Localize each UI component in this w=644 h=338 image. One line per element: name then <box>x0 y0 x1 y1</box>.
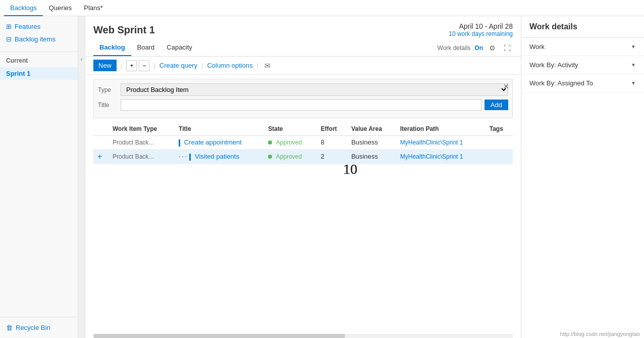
close-button[interactable]: ✕ <box>503 82 509 90</box>
row2-iteration-path[interactable]: MyHealthClinic\Sprint 1 <box>396 149 486 164</box>
recycle-bin-icon: 🗑 <box>6 324 13 331</box>
sidebar-current-label: Current <box>0 54 78 67</box>
col-value-area: Value Area <box>347 122 396 136</box>
tab-bar: Backlog Board Capacity Work details On ⚙… <box>85 39 521 57</box>
email-icon[interactable]: ✉ <box>262 61 273 71</box>
row2-blue-bar <box>189 154 191 161</box>
row1-iteration-path[interactable]: MyHealthClinic\Sprint 1 <box>396 136 486 150</box>
work-items-table: Work Item Type Title State Effort Value … <box>93 122 513 164</box>
settings-icon[interactable]: ⚙ <box>487 43 498 53</box>
tab-board[interactable]: Board <box>131 39 161 56</box>
row1-state: Approved <box>264 136 316 150</box>
table-row: Product Back... Create appointment Appro… <box>93 136 513 150</box>
add-button[interactable]: Add <box>485 100 508 110</box>
sep3: | <box>201 62 203 69</box>
sep1: | <box>121 62 122 69</box>
expand-icon[interactable]: ⛶ <box>502 43 513 53</box>
nav-plans[interactable]: Plans* <box>78 0 109 16</box>
nav-backlogs[interactable]: Backlogs <box>4 0 43 16</box>
row2-state-label: Approved <box>276 153 302 160</box>
row1-state-dot <box>268 140 272 144</box>
sep2: | <box>153 62 155 69</box>
tab-capacity[interactable]: Capacity <box>160 39 198 56</box>
sprint-title: Web Sprint 1 <box>93 24 155 36</box>
row1-work-item-type: Product Back... <box>109 136 175 150</box>
type-label: Type <box>98 86 121 93</box>
type-select[interactable]: Product Backlog Item <box>121 83 508 96</box>
row2-title-link[interactable]: Visited patients <box>195 153 239 160</box>
row1-state-label: Approved <box>276 139 302 146</box>
right-panel-work-chevron: ▼ <box>631 44 636 50</box>
sidebar-item-sprint1[interactable]: Sprint 1 <box>0 67 78 80</box>
tab-right-controls: Work details On ⚙ ⛶ <box>438 43 513 53</box>
right-panel-assigned-label: Work By: Assigned To <box>529 79 593 87</box>
nav-queries[interactable]: Queries <box>43 0 78 16</box>
toolbar: New | + − | Create query | Column option… <box>85 57 521 75</box>
col-state: State <box>264 122 316 136</box>
col-title: Title <box>175 122 264 136</box>
backlog-table: Work Item Type Title State Effort Value … <box>93 122 513 334</box>
col-expand <box>93 122 109 136</box>
column-options-link[interactable]: Column options <box>207 62 252 69</box>
sidebar: ⊞ Features ⊟ Backlog items Current Sprin… <box>0 16 78 338</box>
sidebar-bottom: 🗑 Recycle Bin <box>0 317 78 338</box>
sprint-dates: April 10 - April 28 10 work days remaini… <box>449 22 513 37</box>
title-row: Title Add <box>98 99 508 111</box>
sidebar-toggle[interactable]: ‹ <box>78 16 85 338</box>
add-child-button[interactable]: + <box>126 60 137 71</box>
add-row-icon[interactable]: + <box>97 152 102 161</box>
tab-backlog[interactable]: Backlog <box>93 39 131 56</box>
right-panel-activity-label: Work By: Activity <box>529 61 578 69</box>
row2-expand[interactable]: + <box>93 149 109 164</box>
sidebar-item-backlog-items[interactable]: ⊟ Backlog items <box>0 33 78 45</box>
new-button[interactable]: New <box>93 60 117 71</box>
row2-state-dot <box>268 155 272 159</box>
sprint-work-days[interactable]: 10 work days remaining <box>449 30 513 37</box>
col-work-item-type: Work Item Type <box>109 122 175 136</box>
create-query-link[interactable]: Create query <box>159 62 197 69</box>
row1-blue-bar <box>179 139 180 147</box>
row2-work-item-type: Product Back... <box>109 149 175 164</box>
right-panel-assigned-chevron: ▼ <box>631 80 636 86</box>
row1-value-area: Business <box>347 136 396 150</box>
backlog-items-icon: ⊟ <box>6 35 12 43</box>
top-nav: Backlogs Queries Plans* <box>0 0 644 16</box>
col-effort: Effort <box>317 122 347 136</box>
right-panel: Work details Work ▼ Work By: Activity ▼ … <box>521 16 644 338</box>
sidebar-item-features[interactable]: ⊞ Features <box>0 20 78 33</box>
sep4: | <box>257 62 258 69</box>
right-panel-work-label: Work <box>529 43 545 51</box>
remove-button[interactable]: − <box>139 60 149 71</box>
row2-title[interactable]: ··· Visited patients <box>175 149 264 164</box>
url-bar: http://blog.csdn.net/jiangyongtao <box>556 330 644 338</box>
row2-state: Approved <box>264 149 316 164</box>
scrollbar-thumb[interactable] <box>93 334 345 338</box>
title-label: Title <box>98 102 121 109</box>
sidebar-item-recycle-bin[interactable]: 🗑 Recycle Bin <box>0 321 78 334</box>
row2-ellipsis[interactable]: ··· <box>179 152 188 160</box>
right-panel-title: Work details <box>521 16 644 38</box>
features-icon: ⊞ <box>6 23 12 30</box>
row1-expand <box>93 136 109 150</box>
main-content: Web Sprint 1 April 10 - April 28 10 work… <box>85 16 521 338</box>
right-panel-item-work-assigned-to[interactable]: Work By: Assigned To ▼ <box>521 74 644 92</box>
sidebar-divider <box>0 52 78 52</box>
right-panel-activity-chevron: ▼ <box>631 62 636 68</box>
add-form: ✕ Type Product Backlog Item Title Add <box>93 79 513 118</box>
row1-title[interactable]: Create appointment <box>175 136 264 150</box>
right-panel-item-work[interactable]: Work ▼ <box>521 38 644 56</box>
row2-value-area: Business <box>347 149 396 164</box>
scrollbar-area[interactable] <box>93 334 513 338</box>
col-iteration-path: Iteration Path <box>396 122 486 136</box>
sprint-date-range: April 10 - April 28 <box>449 22 513 30</box>
title-input[interactable] <box>121 99 481 111</box>
type-row: Type Product Backlog Item <box>98 83 508 96</box>
table-header-row: Work Item Type Title State Effort Value … <box>93 122 513 136</box>
row1-effort: 8 <box>317 136 347 150</box>
row1-title-link[interactable]: Create appointment <box>184 138 242 146</box>
work-details-toggle[interactable]: On <box>474 44 483 52</box>
table-row: + Product Back... ··· Visited patients A… <box>93 149 513 164</box>
sprint-header: Web Sprint 1 April 10 - April 28 10 work… <box>85 16 521 37</box>
right-panel-item-work-activity[interactable]: Work By: Activity ▼ <box>521 56 644 74</box>
work-details-label: Work details <box>438 44 471 52</box>
